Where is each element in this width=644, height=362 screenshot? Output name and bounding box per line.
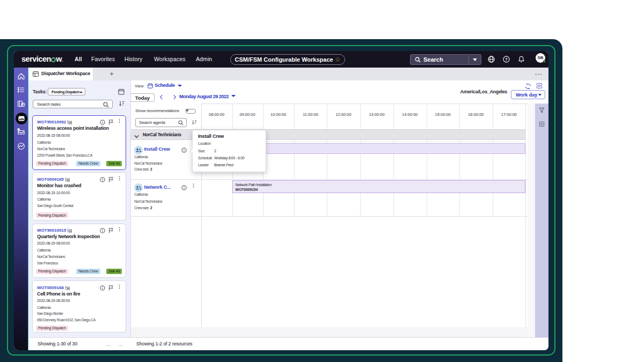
svg-text:?: ?: [505, 57, 508, 62]
